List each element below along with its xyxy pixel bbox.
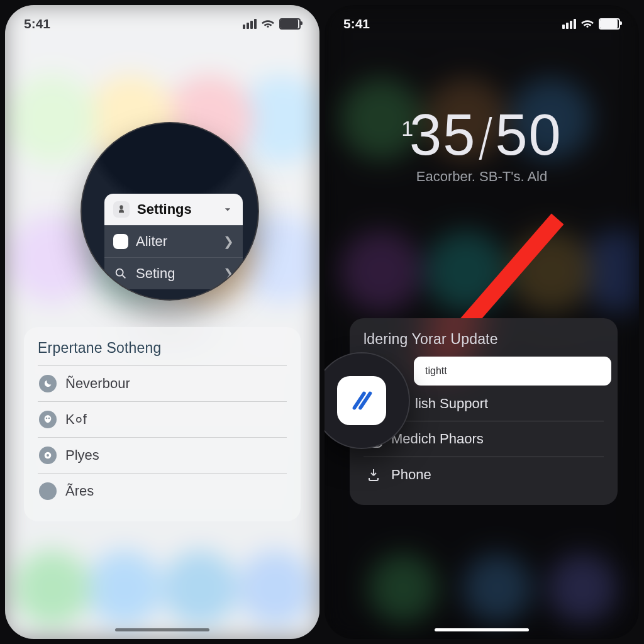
status-time: 5:41 bbox=[24, 16, 50, 31]
widget-item-neverbour[interactable]: Ñeverbour bbox=[38, 365, 287, 401]
alien-icon bbox=[39, 411, 57, 428]
svg-rect-4 bbox=[45, 491, 50, 492]
app-icon[interactable] bbox=[337, 376, 386, 425]
cellular-icon bbox=[243, 19, 257, 29]
square-icon bbox=[113, 234, 128, 249]
widget-title: Erpertane Sotheng bbox=[38, 340, 287, 357]
chevron-down-icon bbox=[221, 203, 234, 216]
svg-point-3 bbox=[47, 454, 49, 457]
menu-item-label: Aliter bbox=[136, 233, 167, 250]
disc-icon bbox=[39, 447, 57, 464]
clock-subtitle: Eacorber. SB-T's. Ald bbox=[325, 169, 639, 185]
magnifier-circle: Settings Aliter ❯ Seting ❯ bbox=[80, 122, 259, 301]
phone-right: 5:41 13550 Eacorber. SB-T's. Ald ldering… bbox=[325, 5, 639, 639]
context-menu[interactable]: Settings Aliter ❯ Seting ❯ bbox=[104, 194, 243, 289]
chevron-right-icon: ❯ bbox=[223, 234, 234, 249]
widget-item-label: Plyes bbox=[65, 447, 99, 464]
home-indicator[interactable] bbox=[115, 628, 209, 631]
cellular-icon bbox=[562, 19, 576, 29]
menu-header-label: Settings bbox=[137, 201, 192, 218]
widget-title: ldering Yorar Update bbox=[364, 331, 604, 348]
svg-line-1 bbox=[123, 275, 126, 279]
widget-item-phone[interactable]: Phone bbox=[364, 457, 604, 492]
menu-header-settings[interactable]: Settings bbox=[104, 194, 243, 225]
status-bar: 5:41 bbox=[5, 14, 319, 34]
moon-icon bbox=[39, 375, 57, 392]
minus-icon bbox=[39, 482, 57, 500]
wallpaper-scrim bbox=[5, 5, 319, 639]
wifi-icon bbox=[262, 18, 274, 30]
battery-icon bbox=[279, 18, 301, 30]
widget-item-label: Ãres bbox=[65, 483, 94, 499]
lock-clock: 13550 Eacorber. SB-T's. Ald bbox=[325, 106, 639, 185]
widget-item-kof[interactable]: K०f bbox=[38, 401, 287, 437]
widget-item-plyes[interactable]: Plyes bbox=[38, 437, 287, 473]
download-icon bbox=[365, 466, 382, 484]
svg-point-0 bbox=[116, 269, 123, 276]
home-indicator[interactable] bbox=[435, 628, 529, 631]
slash-icon bbox=[347, 386, 376, 415]
menu-item-label: Seting bbox=[136, 265, 175, 282]
widget-item-ares[interactable]: Ãres bbox=[38, 473, 287, 509]
widget-item-label: Ñeverbour bbox=[65, 375, 130, 392]
widget-item-label: Medich Phaors bbox=[391, 431, 484, 447]
status-bar: 5:41 bbox=[325, 14, 639, 34]
widget-item-label: tightt bbox=[425, 365, 447, 376]
widget-item-label: Phone bbox=[391, 467, 431, 483]
widget-item-label: K०f bbox=[65, 411, 87, 428]
widget-item-highlighted[interactable]: tightt bbox=[414, 357, 611, 386]
status-time: 5:41 bbox=[343, 16, 370, 31]
clock-prefix: 1 bbox=[401, 116, 414, 140]
wifi-icon bbox=[581, 18, 594, 30]
search-icon bbox=[113, 266, 128, 281]
menu-item-aliter[interactable]: Aliter ❯ bbox=[104, 225, 243, 257]
settings-icon bbox=[113, 201, 130, 218]
widget-item-label: lish Support bbox=[415, 396, 488, 412]
battery-icon bbox=[599, 18, 620, 30]
phone-left: 5:41 Settings bbox=[5, 5, 319, 639]
search-widget[interactable]: Erpertane Sotheng Ñeverbour K०f Plyes bbox=[24, 327, 301, 521]
